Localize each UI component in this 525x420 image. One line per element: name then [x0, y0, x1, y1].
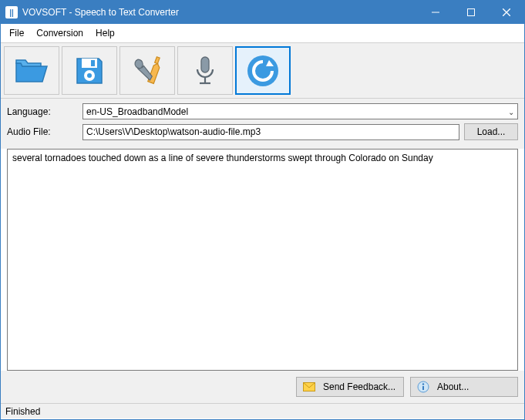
output-textarea[interactable]: several tornadoes touched down as a line…: [7, 149, 518, 371]
refresh-icon: [244, 52, 281, 89]
language-select[interactable]: en-US_BroadbandModel ⌄: [82, 103, 518, 119]
menu-file[interactable]: File: [4, 26, 29, 40]
load-button-label: Load...: [477, 126, 506, 137]
send-feedback-button[interactable]: Send Feedback...: [296, 377, 404, 397]
svg-point-7: [87, 73, 92, 78]
language-label: Language:: [7, 106, 78, 117]
window-controls: [418, 1, 524, 24]
about-button[interactable]: About...: [410, 377, 518, 397]
audio-file-input[interactable]: C:\Users\V\Desktop\watson-audio-file.mp3: [82, 124, 459, 140]
bottom-buttons: Send Feedback... About...: [1, 371, 524, 403]
minimize-icon: [432, 8, 439, 16]
settings-button[interactable]: [119, 46, 175, 95]
convert-button[interactable]: [235, 46, 291, 95]
close-button[interactable]: [489, 1, 524, 24]
close-icon: [503, 8, 510, 16]
app-icon: ||: [5, 6, 18, 18]
maximize-button[interactable]: [453, 1, 489, 24]
menu-conversion[interactable]: Conversion: [31, 26, 89, 40]
tools-icon: [129, 52, 166, 89]
folder-open-icon: [13, 52, 50, 89]
about-label: About...: [437, 381, 469, 392]
status-text: Finished: [5, 406, 40, 417]
menubar: File Conversion Help: [1, 24, 524, 43]
save-button[interactable]: [62, 46, 117, 95]
record-button[interactable]: [177, 46, 233, 95]
send-feedback-label: Send Feedback...: [323, 381, 395, 392]
language-row: Language: en-US_BroadbandModel ⌄: [7, 103, 518, 119]
open-button[interactable]: [4, 46, 59, 95]
chevron-down-icon: ⌄: [508, 107, 514, 116]
save-icon: [71, 52, 108, 89]
output-text: several tornadoes touched down as a line…: [12, 153, 433, 163]
microphone-icon: [187, 52, 224, 89]
svg-rect-5: [91, 60, 95, 66]
window-title: VOVSOFT - Speech to Text Converter: [22, 7, 418, 18]
audio-row: Audio File: C:\Users\V\Desktop\watson-au…: [7, 123, 518, 140]
titlebar: || VOVSOFT - Speech to Text Converter: [1, 1, 524, 24]
statusbar: Finished: [1, 403, 524, 418]
svg-rect-8: [201, 57, 209, 72]
info-icon: [417, 381, 429, 393]
load-button[interactable]: Load...: [464, 123, 518, 140]
svg-point-14: [422, 383, 424, 385]
toolbar: [1, 43, 524, 99]
audio-label: Audio File:: [7, 126, 78, 137]
maximize-icon: [467, 8, 475, 16]
svg-rect-15: [422, 386, 424, 390]
svg-rect-1: [468, 9, 475, 16]
language-value: en-US_BroadbandModel: [86, 106, 188, 117]
minimize-button[interactable]: [418, 1, 453, 24]
menu-help[interactable]: Help: [90, 26, 120, 40]
form-area: Language: en-US_BroadbandModel ⌄ Audio F…: [1, 99, 524, 149]
audio-file-value: C:\Users\V\Desktop\watson-audio-file.mp3: [86, 126, 261, 137]
envelope-icon: [303, 381, 315, 393]
